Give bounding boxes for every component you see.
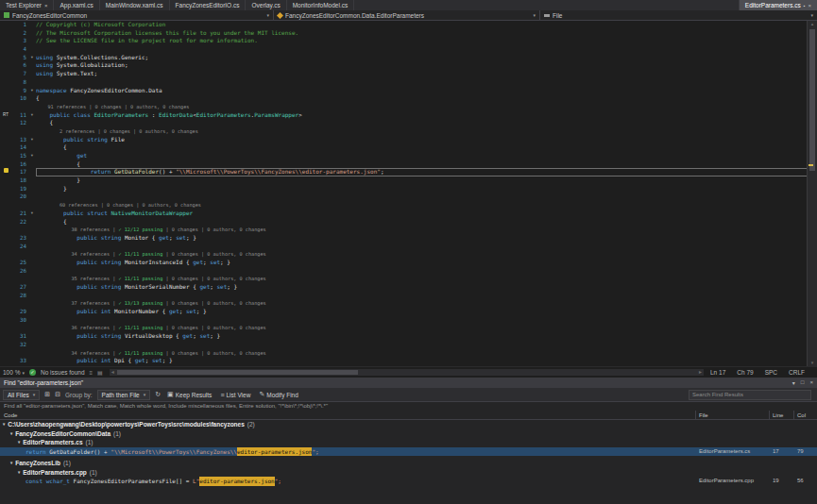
keep-results-button[interactable]: ▣ Keep Results xyxy=(165,391,213,398)
line-number[interactable]: 28 xyxy=(11,292,28,300)
code-line[interactable]: 15▾ get xyxy=(0,152,817,160)
document-tab[interactable]: MainWindow.xaml.cs xyxy=(100,0,170,10)
expander-icon[interactable]: ▾ xyxy=(3,420,5,429)
document-tab[interactable]: Test Explorer× xyxy=(0,0,54,10)
line-number[interactable]: 29 xyxy=(11,308,28,316)
code-line[interactable]: 13▾ public string File xyxy=(0,136,817,144)
codelens-row[interactable]: 34 references | ✓ 11/11 passing | 0 chan… xyxy=(0,250,817,259)
line-number[interactable]: 14 xyxy=(11,143,28,152)
code-line[interactable]: 30 xyxy=(0,316,817,325)
pin-icon[interactable]: ▪ xyxy=(804,3,806,8)
code-line[interactable]: 16 { xyxy=(0,160,817,169)
fold-marker[interactable]: ▾ xyxy=(28,111,36,120)
fold-marker[interactable]: ▾ xyxy=(28,210,36,218)
codelens-row[interactable]: 34 references | ✓ 11/11 passing | 0 chan… xyxy=(0,349,817,358)
code-line[interactable]: 26 xyxy=(0,267,817,276)
code-line[interactable]: 3// See the LICENSE file in the project … xyxy=(0,37,817,45)
line-number[interactable]: 23 xyxy=(11,234,28,243)
line-number[interactable]: 3 xyxy=(11,37,28,45)
line-number[interactable]: 1 xyxy=(11,21,28,29)
scope-dropdown[interactable]: All Files ▾ xyxy=(3,390,40,400)
horizontal-scrollbar-thumb[interactable] xyxy=(117,370,358,375)
code-line[interactable]: 21▾ public struct NativeMonitorDataWrapp… xyxy=(0,210,817,218)
bookmark-icon[interactable] xyxy=(4,168,9,173)
expander-icon[interactable]: ▾ xyxy=(18,468,20,478)
codelens-row[interactable]: 38 references | ✓ 12/12 passing | 0 chan… xyxy=(0,226,817,234)
line-number[interactable]: 16 xyxy=(11,160,28,169)
column-header-line[interactable]: Line xyxy=(770,411,794,419)
line-number[interactable]: 32 xyxy=(11,341,28,349)
document-tab[interactable]: Overlay.cs xyxy=(246,0,286,10)
search-input[interactable] xyxy=(689,390,811,400)
code-editor[interactable]: 1// Copyright (c) Microsoft Corporation2… xyxy=(0,21,817,366)
code-line[interactable]: 1// Copyright (c) Microsoft Corporation xyxy=(0,21,817,29)
column-header-code[interactable]: Code xyxy=(0,411,696,419)
line-number[interactable]: 18 xyxy=(11,176,28,185)
document-tab[interactable]: App.xaml.cs xyxy=(54,0,99,10)
line-number[interactable]: 25 xyxy=(11,259,28,267)
codelens-row[interactable]: 36 references | ✓ 11/11 passing | 0 chan… xyxy=(0,324,817,332)
line-number[interactable]: 8 xyxy=(11,78,28,87)
line-number[interactable]: 5 xyxy=(11,54,28,62)
code-line[interactable]: 8 xyxy=(0,78,817,87)
code-line[interactable]: 27 public string MonitorSerialNumber { g… xyxy=(0,283,817,292)
code-line[interactable]: 2// The Microsoft Corporation licenses t… xyxy=(0,29,817,38)
code-line[interactable]: 20 xyxy=(0,193,817,201)
line-number[interactable]: 33 xyxy=(11,357,28,365)
codelens-row[interactable]: 91 references | 0 changes | 0 authors, 0… xyxy=(0,103,817,111)
scroll-up-icon[interactable]: ▴ xyxy=(808,21,817,27)
close-icon[interactable]: × xyxy=(44,3,48,8)
document-tab[interactable]: MonitorInfoModel.cs xyxy=(287,0,355,10)
line-number[interactable]: 17 xyxy=(11,168,28,176)
column-header-file[interactable]: File xyxy=(696,411,770,419)
document-tab[interactable]: FancyZonesEditorIO.cs xyxy=(170,0,247,10)
chevron-down-icon[interactable]: ▾ xyxy=(792,379,795,386)
code-line[interactable]: 18 } xyxy=(0,176,817,185)
expand-all-icon[interactable]: ⊞ xyxy=(44,391,50,398)
codelens-row[interactable]: 60 references | 0 changes | 0 authors, 0… xyxy=(0,201,817,210)
document-tab-active[interactable]: EditorParameters.cs ▪ × xyxy=(739,0,817,10)
codelens-row[interactable]: 2 references | 0 changes | 0 authors, 0 … xyxy=(0,127,817,136)
scroll-down-icon[interactable]: ▾ xyxy=(808,360,817,366)
codelens-row[interactable]: 35 references | ✓ 11/11 passing | 0 chan… xyxy=(0,275,817,283)
fold-marker[interactable]: ▾ xyxy=(28,54,36,62)
line-number[interactable]: 7 xyxy=(11,70,28,78)
code-line[interactable]: 17 return GetDataFolder() + "\\Microsoft… xyxy=(0,168,817,176)
line-number[interactable]: 24 xyxy=(11,243,28,251)
code-line[interactable]: 23 public string Monitor { get; set; } xyxy=(0,234,817,243)
line-number[interactable]: 20 xyxy=(11,193,28,201)
result-group-row[interactable]: ▾EditorParameters.cpp(1) xyxy=(0,468,817,478)
list-view-button[interactable]: ≡ List View xyxy=(218,392,252,398)
project-dropdown[interactable]: FancyZonesEditorCommon ▾ xyxy=(0,10,274,20)
code-line[interactable]: 31 public string VirtualDesktop { get; s… xyxy=(0,332,817,341)
code-line[interactable]: 22 { xyxy=(0,218,817,227)
restore-icon[interactable]: □ xyxy=(801,379,805,386)
gutter-margin[interactable]: RT xyxy=(0,111,11,120)
line-number[interactable]: 22 xyxy=(11,218,28,227)
code-line[interactable]: 29 public int MonitorNumber { get; set; … xyxy=(0,308,817,316)
gutter-margin[interactable] xyxy=(0,168,11,176)
code-line[interactable]: 7using System.Text; xyxy=(0,70,817,78)
code-line[interactable]: RT11▾ public class EditorParameters : Ed… xyxy=(0,111,817,120)
zoom-control[interactable]: 100 % ▾ xyxy=(3,369,25,376)
horizontal-scrollbar[interactable]: ◄ ► xyxy=(110,369,704,376)
scroll-right-icon[interactable]: ► xyxy=(698,369,703,376)
column-header-col[interactable]: Col xyxy=(794,411,817,419)
line-number[interactable]: 21 xyxy=(11,210,28,218)
fold-marker[interactable]: ▾ xyxy=(28,136,36,144)
line-number[interactable]: 4 xyxy=(11,45,28,54)
line-number[interactable]: 31 xyxy=(11,332,28,341)
line-number[interactable]: 9 xyxy=(11,87,28,95)
code-line[interactable]: 14 { xyxy=(0,143,817,152)
line-number[interactable]: 27 xyxy=(11,283,28,292)
result-group-row[interactable]: ▾C:\Users\zhaopengwang\Desktop\powertoys… xyxy=(0,420,817,429)
code-line[interactable]: 5▾using System.Collections.Generic; xyxy=(0,54,817,62)
code-line[interactable]: 12 { xyxy=(0,119,817,127)
line-number[interactable]: 19 xyxy=(11,185,28,193)
code-line[interactable]: 28 xyxy=(0,292,817,300)
refresh-icon[interactable]: ↻ xyxy=(155,391,161,398)
line-number[interactable]: 15 xyxy=(11,152,28,160)
line-number[interactable]: 13 xyxy=(11,136,28,144)
group-by-dropdown[interactable]: Path then File ▾ xyxy=(97,390,151,400)
code-line[interactable]: 24 xyxy=(0,243,817,251)
